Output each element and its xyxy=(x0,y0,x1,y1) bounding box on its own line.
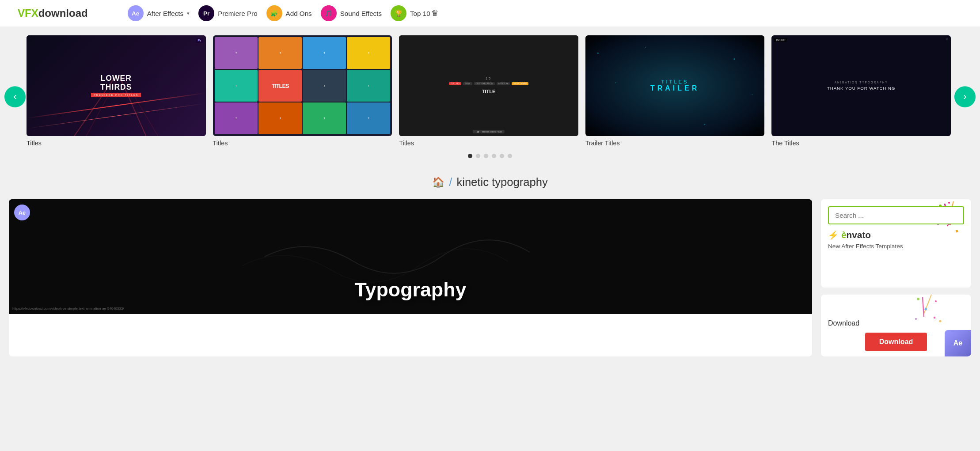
ae-dropdown-arrow: ▾ xyxy=(187,11,190,16)
svg-rect-26 xyxy=(924,307,927,311)
carousel-section: ‹ › Pr LOWERTHIRDS xyxy=(0,27,980,171)
svg-point-25 xyxy=(935,300,937,302)
carousel-label-lower-thirds: Titles xyxy=(27,140,206,147)
breadcrumb: 🏠 / kinetic typography xyxy=(0,171,980,199)
carousel-item-trailer-titles[interactable]: TITLES TRAILER Trailer Titles xyxy=(585,35,765,147)
nav-item-pr[interactable]: Pr Premiere Pro xyxy=(198,5,257,21)
svg-line-23 xyxy=(924,295,931,314)
prev-arrow-icon: ‹ xyxy=(13,91,16,102)
the-titles-visual: IN/OUT ⊞ ANIMATION TYPOGRAPHY THANK YOU … xyxy=(771,35,951,136)
svg-point-15 xyxy=(948,202,950,204)
grid-cell: T xyxy=(303,70,346,102)
svg-point-4 xyxy=(597,53,599,54)
nav-item-top10[interactable]: 🏆 Top 10 ♛ xyxy=(391,5,438,21)
carousel-label-trailer-titles: Trailer Titles xyxy=(585,140,765,147)
download-button[interactable]: Download xyxy=(865,333,927,351)
svg-point-7 xyxy=(752,94,752,95)
carousel-item-the-titles[interactable]: IN/OUT ⊞ ANIMATION TYPOGRAPHY THANK YOU … xyxy=(771,35,951,147)
header: VFX download Ae After Effects ▾ Pr Premi… xyxy=(0,0,980,27)
sidebar: ⚡ ènvato New After Effects Templates Dow… xyxy=(821,199,971,356)
grid-cell: T xyxy=(215,37,258,69)
logo[interactable]: VFX download xyxy=(18,7,88,19)
search-input[interactable] xyxy=(828,206,964,224)
envato-name: ènvato xyxy=(841,230,871,240)
pagination-dots xyxy=(0,154,980,158)
breadcrumb-page: kinetic typography xyxy=(456,176,547,189)
carousel-container: Pr LOWERTHIRDS PREMIERE PRO TITLES Title… xyxy=(0,35,980,147)
carousel-item-lower-thirds[interactable]: Pr LOWERTHIRDS PREMIERE PRO TITLES Title… xyxy=(27,35,206,147)
lower-thirds-title-text: LOWERTHIRDS xyxy=(100,74,132,91)
motion-pack-badge: 15 Motion Titles Pack xyxy=(473,130,505,133)
svg-point-28 xyxy=(939,320,942,322)
video-thumbnail[interactable]: Ae Typography https://vfxdownload.com/vi… xyxy=(9,199,812,314)
grid-cell: T xyxy=(347,70,390,102)
download-confetti xyxy=(909,295,945,339)
carousel-thumb-lower-thirds: Pr LOWERTHIRDS PREMIERE PRO TITLES xyxy=(27,35,206,136)
motion-titles-visual: 15 FULL HD EASY CUSTOMIZATION AFTER Ae N… xyxy=(399,35,578,136)
carousel-prev-button[interactable]: ‹ xyxy=(4,86,26,107)
pagination-dot-6[interactable] xyxy=(508,154,512,158)
pagination-dot-1[interactable] xyxy=(468,154,472,158)
home-icon[interactable]: 🏠 xyxy=(432,176,444,188)
ae-corner-badge: Ae xyxy=(945,330,971,356)
crown-icon: ♛ xyxy=(431,9,438,18)
top10-icon: 🏆 xyxy=(391,5,406,21)
svg-rect-27 xyxy=(934,317,936,319)
inout-badge: IN/OUT xyxy=(774,38,787,42)
grid-cell: T xyxy=(258,102,302,134)
carousel-thumb-titles-grid: T T T T T TITLES T T T T T T xyxy=(213,35,392,136)
search-input-container xyxy=(828,206,964,224)
grid-cell: T xyxy=(303,37,346,69)
ae-icon: Ae xyxy=(128,5,144,21)
video-typography-label: Typography xyxy=(354,278,466,301)
pagination-dot-2[interactable] xyxy=(476,154,480,158)
svg-point-24 xyxy=(917,298,919,300)
carousel-thumb-trailer-titles: TITLES TRAILER xyxy=(585,35,765,136)
trailer-visual: TITLES TRAILER xyxy=(585,35,765,136)
the-titles-line: THANK YOU FOR WATCHING xyxy=(827,86,896,91)
addons-icon: 🧩 xyxy=(266,5,282,21)
nav-item-ae[interactable]: Ae After Effects ▾ xyxy=(128,5,190,21)
svg-point-8 xyxy=(645,47,646,48)
svg-point-6 xyxy=(733,58,735,60)
video-url-text: https://vfxdownload.com/videohive-simple… xyxy=(12,307,124,311)
nav-label-pr: Premiere Pro xyxy=(218,10,257,17)
pr-badge: Pr xyxy=(196,38,203,43)
carousel-label-the-titles: The Titles xyxy=(771,140,951,147)
logo-rest: download xyxy=(38,7,88,19)
the-titles-subtext: ANIMATION TYPOGRAPHY xyxy=(835,81,888,84)
carousel-item-titles-grid[interactable]: T T T T T TITLES T T T T T T Titles xyxy=(213,35,392,147)
grid-cell: TITLES xyxy=(258,70,302,102)
grid-cell: T xyxy=(347,102,390,134)
grid-cell: T xyxy=(347,37,390,69)
search-widget: ⚡ ènvato New After Effects Templates xyxy=(821,199,971,288)
svg-point-5 xyxy=(615,82,616,83)
sound-icon: 🎵 xyxy=(321,5,337,21)
svg-point-29 xyxy=(915,318,917,320)
nav-label-ae: After Effects xyxy=(147,10,183,17)
pagination-dot-3[interactable] xyxy=(484,154,488,158)
nav-item-sound[interactable]: 🎵 Sound Effects xyxy=(321,5,382,21)
carousel-label-motion-titles: Titles xyxy=(399,140,578,147)
pagination-dot-5[interactable] xyxy=(500,154,504,158)
envato-brand: ⚡ ènvato xyxy=(828,230,964,240)
carousel-item-motion-titles[interactable]: 15 FULL HD EASY CUSTOMIZATION AFTER Ae N… xyxy=(399,35,578,147)
new-templates-label: New After Effects Templates xyxy=(828,243,964,250)
envato-bolt-icon: ⚡ xyxy=(828,230,839,240)
carousel-label-titles-grid: Titles xyxy=(213,140,392,147)
titles-grid-visual: T T T T T TITLES T T T T T T xyxy=(213,35,392,136)
grid-cell: T xyxy=(215,70,258,102)
next-arrow-icon: › xyxy=(963,91,966,102)
pagination-dot-4[interactable] xyxy=(492,154,496,158)
grid-cell: T xyxy=(215,102,258,134)
carousel-thumb-the-titles: IN/OUT ⊞ ANIMATION TYPOGRAPHY THANK YOU … xyxy=(771,35,951,136)
carousel-next-button[interactable]: › xyxy=(954,86,976,107)
carousel-thumb-motion-titles: 15 FULL HD EASY CUSTOMIZATION AFTER Ae N… xyxy=(399,35,578,136)
svg-line-22 xyxy=(920,297,926,317)
content-area: Ae Typography https://vfxdownload.com/vi… xyxy=(0,199,980,370)
grid-cell: T xyxy=(303,102,346,134)
nav-label-sound: Sound Effects xyxy=(340,10,382,17)
nav-item-addons[interactable]: 🧩 Add Ons xyxy=(266,5,312,21)
ae-badge-video: Ae xyxy=(14,205,30,220)
motion-title-main: TITLE xyxy=(482,89,495,94)
